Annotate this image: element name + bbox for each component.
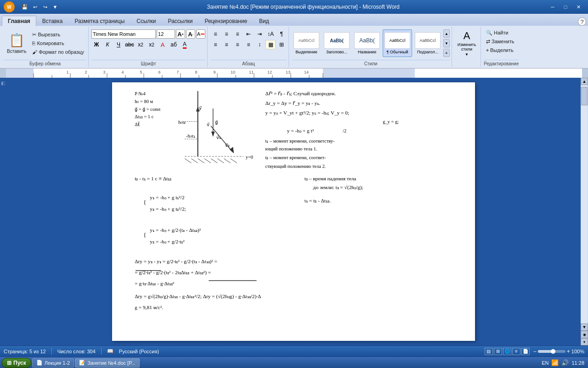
font-size-input[interactable] [157,29,175,39]
tab-review[interactable]: Рецензирование [198,16,253,26]
bold-btn[interactable]: Ж [91,40,102,49]
format-painter-btn[interactable]: 🖌 Формат по образцу [30,48,86,56]
svg-text:h₀ = 80 м: h₀ = 80 м [135,99,153,104]
select-btn[interactable]: ⌖ Выделить [484,46,516,54]
svg-text:t₁ = t₂ - Δt₁₂.: t₁ = t₂ - Δt₁₂. [304,198,330,203]
style-item-2[interactable]: AaBb( Название [352,29,382,57]
decrease-indent-btn[interactable]: ⇤ [243,29,254,39]
svg-text:y⃗: y⃗ [199,105,202,110]
tab-view[interactable]: Вид [253,16,275,26]
styles-scroll-up[interactable]: ▲ [443,29,450,38]
borders-btn[interactable]: ⊞ [277,40,287,49]
find-btn[interactable]: 🔍 Найти [484,29,510,37]
style-item-4[interactable]: AaBbCcl Подзагол... [413,29,442,57]
replace-btn[interactable]: ⇄ Заменить [484,37,516,46]
sort-btn[interactable]: ↕A [266,29,276,39]
font-name-input[interactable] [91,29,156,39]
prev-page-btn[interactable]: ◉ [581,331,588,338]
taskbar-item-1-icon: 📝 [79,360,85,366]
undo-quick-btn[interactable]: ↩ [30,2,40,12]
svg-text:g_y = g;: g_y = g; [383,119,399,124]
minimize-btn[interactable]: ─ [547,2,559,12]
subscript-btn[interactable]: x2 [136,40,146,49]
font-shrink-btn[interactable]: A- [186,29,195,39]
tray-lang: EN [542,360,548,366]
justify-btn[interactable]: ≡ [243,40,254,49]
doc-area[interactable]: .hw { font-family: 'Segoe Script', 'Sego… [6,78,581,345]
align-center-btn[interactable]: ≡ [221,40,232,49]
start-button[interactable]: ⊞ Пуск [2,358,31,368]
view-web-btn[interactable]: 🌐 [503,348,511,355]
zoom-track[interactable] [538,350,565,353]
view-draft-btn[interactable]: 📄 [521,348,530,355]
maximize-btn[interactable]: □ [560,2,571,12]
bullets-btn[interactable]: ≡ [210,29,220,39]
svg-text:Р №4: Р №4 [135,91,146,96]
more-quick-btn[interactable]: ▼ [51,2,60,12]
ruler-main[interactable]: 1 2 3 4 5 6 7 8 9 10 11 12 13 14 [6,69,582,78]
font-color-btn[interactable]: А [180,40,190,49]
scroll-up-btn[interactable]: ▲ [581,78,588,85]
style-item-0[interactable]: AaBbCcl Выделение [292,29,321,57]
align-left-btn[interactable]: ≡ [210,40,220,49]
close-btn[interactable]: ✕ [572,2,584,12]
zoom-thumb[interactable] [551,349,555,354]
italic-btn[interactable]: К [102,40,113,49]
view-normal-btn[interactable]: ▤ [485,348,493,355]
ribbon-help-btn[interactable]: ? [578,17,586,26]
clipboard-group-content: 📋 Вставить ✂ Вырезать ⎘ Копировать [4,28,86,60]
taskbar-item-1[interactable]: 📝 Занятие №4.doc [Р... [75,358,139,368]
shading-btn[interactable]: ▦ [266,40,276,49]
ruler-left-margin [0,69,6,78]
taskbar-item-0[interactable]: 📄 Лекция 1-2 [32,358,74,368]
increase-indent-btn[interactable]: ⇥ [254,29,265,39]
svg-text:t₂ – время падения тела: t₂ – время падения тела [304,176,356,181]
right-scrollbar[interactable]: ▲ ▼ ◉ ▼ [581,78,588,345]
cut-btn[interactable]: ✂ Вырезать [30,30,86,39]
copy-btn[interactable]: ⎘ Копировать [30,39,86,47]
scroll-down-btn[interactable]: ▼ [581,323,588,331]
change-styles-group: A Изменитьстили ▼ - [453,27,481,67]
paste-btn[interactable]: 📋 Вставить [4,30,29,56]
styles-scroll-down[interactable]: ▼ [443,39,450,47]
svg-text:-h₀t₁: -h₀t₁ [186,133,195,138]
styles-scroll-more[interactable]: ≡ [443,49,450,57]
zoom-out-btn[interactable]: − [533,348,537,355]
tab-insert[interactable]: Вставка [36,16,69,26]
multilevel-btn[interactable]: ≡ [232,29,243,39]
redo-quick-btn[interactable]: ↪ [40,2,50,12]
show-marks-btn[interactable]: ¶ [277,29,287,39]
view-outline-btn[interactable]: ≡ [512,348,520,355]
view-fullscreen-btn[interactable]: ⊞ [494,348,502,355]
save-quick-btn[interactable]: 💾 [20,2,29,12]
svg-line-44 [185,159,191,163]
handwritten-content: .hw { font-family: 'Segoe Script', 'Sego… [112,82,475,331]
style-item-1[interactable]: AaBb( Заголово... [322,29,351,57]
scroll-track[interactable] [581,85,588,323]
font-grow-btn[interactable]: A+ [176,29,185,39]
scroll-thumb[interactable] [581,87,588,105]
highlight-btn[interactable]: аб [169,40,179,49]
text-effects-btn[interactable]: А [158,40,168,49]
left-margin-icon: ◧ [1,80,5,86]
zoom-slider[interactable]: − + 100% [533,348,584,355]
change-styles-btn[interactable]: A Изменитьстили ▼ [455,29,479,57]
tab-home[interactable]: Главная [2,16,36,26]
copy-icon: ⎘ [32,40,35,46]
line-spacing-btn[interactable]: ↕ [254,40,265,49]
tab-references[interactable]: Ссылки [130,16,162,26]
superscript-btn[interactable]: x2 [147,40,157,49]
tab-page-layout[interactable]: Разметка страницы [68,16,130,26]
numbering-btn[interactable]: ≡ [221,29,232,39]
tab-mailings[interactable]: Рассылки [162,16,199,26]
next-page-btn[interactable]: ▼ [581,338,588,345]
zoom-in-btn[interactable]: + [567,348,570,355]
align-right-btn[interactable]: ≡ [232,40,243,49]
change-styles-arrow: ▼ [465,52,469,57]
font-clear-btn[interactable]: A [196,29,205,39]
underline-btn[interactable]: Ч [113,40,124,49]
svg-text:2: 2 [85,70,87,75]
strikethrough-btn[interactable]: аbc [124,40,135,49]
svg-text:y = -h₀ + g t²: y = -h₀ + g t² [287,128,314,133]
style-item-3[interactable]: AaBbCcl ¶ Обычный [383,29,412,57]
